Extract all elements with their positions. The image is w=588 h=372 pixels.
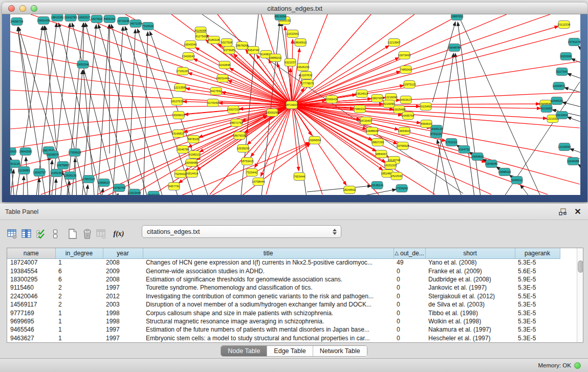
table-cell[interactable]: 9115460 (7, 283, 55, 292)
tab-network-table[interactable]: Network Table (313, 346, 367, 356)
table-row[interactable]: 946362711997Embryonic stem cells: a mode… (7, 334, 577, 342)
graph-node[interactable]: 10688609 (366, 127, 379, 135)
delete-icon[interactable] (81, 228, 93, 239)
table-cell[interactable]: 0 (394, 275, 425, 283)
table-cell[interactable]: 22420046 (7, 292, 55, 300)
graph-node[interactable]: 7986322 (354, 105, 365, 113)
graph-node[interactable]: 8466160 (104, 15, 115, 23)
tab-edge-table[interactable]: Edge Table (267, 346, 313, 356)
graph-node[interactable]: 28031440 (216, 75, 229, 82)
table-cell[interactable]: 0 (394, 283, 425, 292)
graph-node[interactable]: 19166827 (172, 130, 185, 138)
graph-node[interactable]: 9457791 (168, 183, 180, 190)
table-cell[interactable]: 2008 (103, 275, 143, 283)
column-header-title[interactable]: title (143, 248, 394, 258)
table-cell[interactable]: 18300295 (7, 275, 55, 283)
graph-node[interactable]: 9198222 (189, 151, 200, 159)
table-mode-icon[interactable] (7, 228, 18, 239)
table-cell[interactable]: 0 (394, 309, 425, 317)
table-cell[interactable]: 0 (394, 292, 425, 300)
select-columns-icon[interactable] (35, 228, 47, 239)
graph-node[interactable]: 8996915 (421, 120, 432, 128)
graph-node[interactable]: 16648784 (448, 44, 461, 52)
table-cell[interactable]: 0 (394, 317, 425, 325)
graph-node[interactable]: 18244502 (343, 186, 356, 194)
graph-node[interactable]: 12213589 (174, 84, 187, 92)
graph-node[interactable]: 18107533 (171, 98, 184, 105)
graph-node[interactable]: 10539293 (237, 145, 250, 152)
table-cell[interactable]: 1997 (103, 283, 143, 292)
graph-node[interactable]: 28676068 (236, 42, 249, 50)
graph-node[interactable]: 1145190 (51, 169, 62, 177)
graph-node[interactable]: 9245012 (511, 177, 522, 184)
column-header-out-de-[interactable]: △out_de... (394, 248, 425, 258)
table-row[interactable]: 1872400712008Changes of HCN gene express… (7, 258, 577, 267)
graph-node[interactable]: 16151320 (384, 162, 397, 169)
table-cell[interactable]: 5.9E-5 (515, 275, 560, 283)
graph-node[interactable]: 17359928 (69, 149, 81, 157)
graph-node[interactable]: 2522540 (391, 172, 402, 180)
graph-node[interactable]: 17334260 (396, 185, 408, 192)
graph-node[interactable]: 9391540 (10, 166, 12, 174)
graph-node[interactable]: 9463627 (400, 96, 411, 104)
graph-node[interactable]: 8186328 (208, 36, 220, 44)
table-row[interactable]: 977716911998Corpus callosum shape and si… (7, 309, 577, 317)
table-cell[interactable]: 2 (55, 300, 103, 309)
table-cell[interactable]: 2003 (103, 300, 143, 309)
graph-node[interactable]: 17779575 (301, 80, 314, 87)
table-cell[interactable]: Corpus callosum shape and size in male p… (143, 309, 394, 317)
network-canvas[interactable]: 1872400719565192115325411864091093220371… (10, 14, 580, 195)
table-cell[interactable]: Tourette syndrome. Phenomenology and cla… (143, 283, 394, 292)
table-cell[interactable]: Disruption of a novel member of a sodium… (143, 300, 394, 309)
close-icon[interactable]: ✕ (573, 207, 583, 216)
graph-node[interactable]: 15122334 (558, 21, 571, 29)
graph-node[interactable]: 9884067 (376, 150, 387, 158)
column-header-pagerank[interactable]: pagerank (515, 248, 560, 258)
graph-node[interactable]: 11532541 (287, 30, 299, 38)
table-row[interactable]: 1830029562008Estimation of significance … (7, 275, 577, 283)
table-cell[interactable]: 1 (55, 334, 103, 342)
graph-node[interactable]: 12975115 (403, 81, 416, 89)
graph-node[interactable]: 19342783 (64, 14, 77, 21)
node-table[interactable]: namein_degreeyeartitle△out_de...shortpag… (7, 248, 577, 342)
float-window-icon[interactable] (557, 207, 568, 216)
table-row[interactable]: 946554611997Estimation of the future num… (7, 325, 577, 334)
graph-node[interactable]: 18300295 (266, 109, 279, 117)
graph-node[interactable]: 16099489 (185, 159, 198, 167)
graph-node[interactable]: 13624514 (356, 90, 368, 98)
table-cell[interactable]: 9465546 (7, 325, 55, 334)
show-column-icon[interactable] (21, 228, 32, 239)
table-cell[interactable]: Embryonic stem cells: a model to study s… (143, 334, 394, 342)
table-row[interactable]: 1938455462009Genome-wide association stu… (7, 267, 577, 275)
table-cell[interactable]: 2008 (103, 258, 143, 267)
table-cell[interactable]: Franke et al. (2009) (425, 267, 515, 275)
graph-node[interactable]: 12505135 (64, 172, 77, 180)
graph-node[interactable]: 15136141 (371, 182, 384, 189)
graph-node[interactable]: 16758444 (252, 178, 265, 186)
graph-node[interactable]: 10975887 (57, 162, 70, 169)
table-cell[interactable]: 1997 (103, 325, 143, 334)
graph-node[interactable]: 16046786 (177, 146, 189, 154)
table-cell[interactable]: Genome-wide association studies in ADHD. (143, 267, 394, 275)
graph-node[interactable]: 9329366 (560, 53, 572, 60)
table-cell[interactable]: 5.3E-5 (515, 317, 560, 325)
graph-node[interactable]: 9170040 (207, 99, 219, 107)
table-cell[interactable]: 5.3E-5 (515, 300, 560, 309)
graph-node[interactable]: 16191310 (147, 191, 160, 195)
graph-node[interactable]: 10958107 (98, 179, 111, 187)
table-cell[interactable]: 1997 (103, 334, 143, 342)
graph-node[interactable]: 10649080 (485, 160, 498, 168)
scrollbar-thumb[interactable] (578, 260, 583, 273)
graph-node[interactable]: 6791919 (446, 139, 457, 146)
table-row[interactable]: 1456911722003Disruption of a novel membe… (7, 300, 577, 309)
table-cell[interactable]: 1998 (103, 309, 143, 317)
graph-node[interactable]: 25160503 (10, 148, 16, 156)
table-cell[interactable]: Stergiakouli et al. (2012) (425, 292, 515, 300)
graph-node[interactable]: 9375685 (224, 47, 235, 54)
table-row[interactable]: 969969511998Structural magnetic resonanc… (7, 317, 577, 325)
graph-node[interactable]: 11156881 (18, 167, 30, 174)
column-header-year[interactable]: year (103, 248, 143, 258)
table-cell[interactable]: 5.6E-5 (515, 267, 560, 275)
graph-node[interactable]: 7485063 (400, 66, 411, 74)
graph-node[interactable]: 16914414 (186, 170, 199, 178)
